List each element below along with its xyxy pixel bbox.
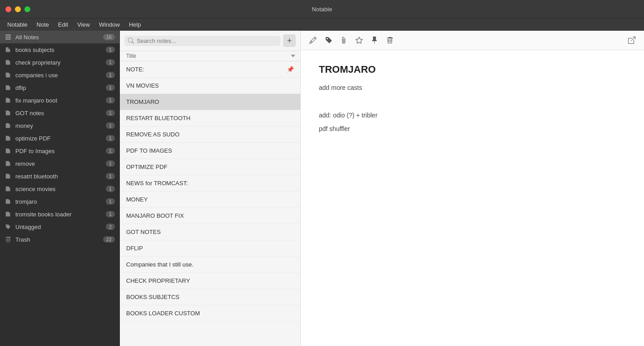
note-item-14[interactable]: BOOKS SUBJETCS [120, 289, 300, 305]
sidebar-count-resatrt-bluetooth: 1 [106, 173, 115, 179]
sidebar-item-dflip[interactable]: dflip 1 [0, 81, 119, 94]
tag-icon-pdf-to-images [5, 147, 12, 154]
trash-icon [5, 236, 12, 243]
search-input[interactable] [137, 37, 277, 44]
star-icon [355, 37, 363, 44]
sidebar-label-trash: Trash [15, 236, 103, 243]
tag-icon-dflip [5, 84, 12, 91]
new-note-button[interactable]: + [283, 34, 296, 47]
note-title-8: MONEY [126, 196, 148, 203]
sidebar-item-check-proprietary[interactable]: check proprietary 1 [0, 56, 119, 69]
search-input-wrap[interactable] [124, 36, 280, 46]
sidebar-item-resatrt-bluetooth[interactable]: resatrt bluetooth 1 [0, 170, 119, 182]
note-title-5: PDF TO IMAGES [126, 147, 172, 154]
note-editor-title: TROMJARO [319, 64, 626, 75]
sidebar-item-pdf-to-images[interactable]: PDF to Images 1 [0, 145, 119, 157]
note-title-14: BOOKS SUBJETCS [126, 294, 180, 300]
sidebar-label-remove: remove [15, 160, 106, 167]
all-notes-icon [5, 33, 12, 41]
note-item-12[interactable]: Companies that I still use. [120, 257, 300, 273]
menu-help[interactable]: Help [125, 20, 145, 29]
sidebar-item-got-notes[interactable]: GOT notes 1 [0, 107, 119, 119]
sidebar-item-money[interactable]: money 1 [0, 119, 119, 132]
note-title-0: NOTE: [126, 66, 144, 73]
maximize-button[interactable] [24, 6, 30, 12]
editor-panel: TROMJARO add more casts add: odio (?) + … [301, 31, 644, 346]
note-item-13[interactable]: CHECK PROPRIETARY [120, 273, 300, 289]
body-line-3: pdf shuffler [319, 124, 626, 134]
sidebar-item-companies-i-use[interactable]: companies i use 1 [0, 69, 119, 81]
note-item-1[interactable]: VN MOVIES [120, 78, 300, 94]
menu-note[interactable]: Note [33, 20, 52, 29]
menu-notable[interactable]: Notable [4, 20, 31, 29]
note-title-3: RESTART BLUETOOTH [126, 115, 190, 122]
sidebar-count-remove: 1 [106, 160, 115, 167]
tag-icon-tromjaro [5, 198, 12, 205]
note-item-10[interactable]: GOT NOTES [120, 224, 300, 240]
star-button[interactable] [352, 33, 366, 47]
open-external-button[interactable] [625, 33, 639, 47]
note-title-12: Companies that I still use. [126, 261, 194, 268]
sidebar-label-dflip: dflip [15, 84, 106, 91]
sidebar-item-all-notes[interactable]: All Notes 16 [0, 31, 119, 43]
note-item-8[interactable]: MONEY [120, 192, 300, 208]
svg-point-4 [7, 51, 8, 52]
sort-icon [290, 53, 296, 59]
note-item-9[interactable]: MANJARO BOOT FIX [120, 208, 300, 224]
sidebar-count-pdf-to-images: 1 [106, 148, 115, 154]
sidebar-item-untagged[interactable]: Untagged 2 [0, 220, 119, 233]
menu-view[interactable]: View [74, 20, 94, 29]
sidebar-count-got-notes: 1 [106, 110, 115, 116]
svg-rect-0 [5, 35, 11, 36]
sidebar-count-optimize-pdf: 1 [106, 135, 115, 141]
sidebar-label-pdf-to-images: PDF to Images [15, 148, 106, 154]
sidebar-count-books-subjects: 1 [106, 47, 115, 53]
note-title-7: NEWS for TROMCAST: [126, 180, 188, 187]
pin-button[interactable] [368, 33, 381, 47]
sidebar-count-tromjaro: 1 [106, 198, 115, 205]
sidebar-item-remove[interactable]: remove 1 [0, 157, 119, 170]
sidebar-item-science-movies[interactable]: science movies 1 [0, 182, 119, 195]
note-item-5[interactable]: PDF TO IMAGES [120, 143, 300, 159]
sidebar-label-books-subjects: books subjects [15, 47, 106, 53]
close-button[interactable] [5, 6, 11, 12]
tag-icon-optimize-pdf [5, 135, 12, 142]
sidebar-item-tromsite-books-loader[interactable]: tromsite books loader 1 [0, 208, 119, 220]
tag-icon-science-movies [5, 185, 12, 192]
tag-button[interactable] [322, 33, 335, 47]
sidebar-label-untagged: Untagged [15, 224, 106, 230]
note-item-15[interactable]: BOOKS LOADER CUSTOM [120, 305, 300, 322]
tag-icon-resatrt-bluetooth [5, 173, 12, 180]
sidebar-count-fix-manjaro-boot: 1 [106, 97, 115, 103]
note-item-4[interactable]: REMOVE AS SUDO [120, 126, 300, 143]
sidebar-item-trash[interactable]: Trash 22 [0, 233, 119, 246]
menu-window[interactable]: Window [95, 20, 123, 29]
note-item-2[interactable]: TROMJARO [120, 94, 300, 110]
main-layout: All Notes 16 books subjects 1 check prop… [0, 31, 644, 346]
minimize-button[interactable] [15, 6, 21, 12]
attach-button[interactable] [337, 33, 350, 47]
sidebar-item-books-subjects[interactable]: books subjects 1 [0, 43, 119, 56]
note-item-7[interactable]: NEWS for TROMCAST: [120, 175, 300, 192]
search-bar: + [120, 31, 300, 51]
sidebar-item-optimize-pdf[interactable]: optimize PDF 1 [0, 132, 119, 145]
menu-edit[interactable]: Edit [54, 20, 71, 29]
notes-panel: + Title NOTE: 📌 VN MOVIES TROMJARO RESTA… [120, 31, 301, 346]
note-item-3[interactable]: RESTART BLUETOOTH [120, 110, 300, 126]
tag-icon-companies [5, 71, 12, 79]
note-item-6[interactable]: OPTIMIZE PDF [120, 159, 300, 175]
sidebar-label-tromsite-books-loader: tromsite books loader [15, 211, 106, 218]
sidebar-count-trash: 22 [103, 236, 115, 243]
note-item-0[interactable]: NOTE: 📌 [120, 61, 300, 78]
tag-icon-tromsite-books-loader [5, 210, 12, 218]
app-title: Notable [312, 6, 332, 13]
delete-button[interactable] [383, 33, 397, 47]
sidebar-label-science-movies: science movies [15, 186, 106, 192]
menubar: Notable Note Edit View Window Help [0, 18, 644, 31]
sidebar-item-tromjaro[interactable]: tromjaro 1 [0, 195, 119, 208]
notes-list-header: Title [120, 51, 300, 61]
sidebar-item-fix-manjaro-boot[interactable]: fix manjaro boot 1 [0, 94, 119, 107]
sidebar-label-resatrt-bluetooth: resatrt bluetooth [15, 173, 106, 180]
note-item-11[interactable]: DFLIP [120, 240, 300, 257]
edit-button[interactable] [306, 33, 320, 47]
